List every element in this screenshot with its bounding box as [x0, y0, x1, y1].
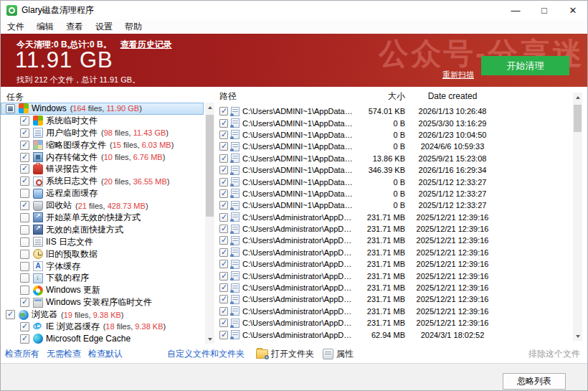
scroll-down-icon[interactable]: [205, 334, 214, 344]
task-checkbox[interactable]: [20, 141, 29, 150]
file-checkbox[interactable]: [219, 225, 228, 233]
tasks-scrollbar[interactable]: [205, 103, 214, 344]
maximize-button[interactable]: □: [530, 1, 559, 19]
task-tree-row[interactable]: 下载的程序: [1, 272, 204, 284]
file-row[interactable]: C:\Users\Administrator\AppData\Local\ai.…: [217, 212, 572, 223]
check-default-link[interactable]: 检查默认: [88, 348, 123, 360]
file-row[interactable]: C:\Users\ADMINI~1\AppData\Local\Tem... 0…: [217, 188, 572, 199]
menu-file[interactable]: 文件: [1, 19, 30, 34]
task-tree-row[interactable]: Windows 更新: [1, 284, 204, 296]
task-tree-row[interactable]: 无效的桌面快捷方式: [1, 224, 204, 236]
task-checkbox[interactable]: [20, 153, 29, 162]
file-checkbox[interactable]: [219, 166, 228, 174]
file-row[interactable]: C:\Users\Administrator\AppData\Local\A..…: [217, 247, 572, 258]
view-history-link[interactable]: 查看历史记录: [120, 39, 172, 50]
task-tree-row[interactable]: IE 浏览器缓存 (18 files, 9.38 KB): [1, 321, 204, 333]
task-checkbox[interactable]: [20, 176, 29, 186]
file-checkbox[interactable]: [219, 283, 228, 292]
menu-settings[interactable]: 设置: [90, 19, 118, 34]
task-checkbox[interactable]: [20, 225, 29, 235]
file-row[interactable]: C:\Users\Administrator\AppData\Local\A..…: [217, 223, 572, 235]
menu-help[interactable]: 帮助: [119, 19, 148, 34]
file-checkbox[interactable]: [219, 131, 228, 139]
column-header-path[interactable]: 路径: [217, 90, 354, 103]
file-row[interactable]: C:\Users\ADMINI~1\AppData\Local\Tem... 1…: [217, 153, 572, 164]
properties-button[interactable]: 属性: [323, 348, 354, 360]
file-checkbox[interactable]: [219, 142, 228, 151]
file-checkbox[interactable]: [219, 189, 228, 198]
rescan-link[interactable]: 重新扫描: [442, 70, 474, 80]
task-tree-row[interactable]: 旧的预取数据: [1, 248, 204, 260]
file-row[interactable]: C:\Users\ADMINI~1\AppData\Local\Tem... 5…: [217, 105, 572, 117]
task-tree-row[interactable]: 远程桌面缓存: [1, 187, 204, 199]
file-checkbox[interactable]: [219, 154, 228, 163]
task-tree-row[interactable]: 回收站 (21 files, 428.73 MB): [1, 199, 204, 212]
task-checkbox[interactable]: [20, 237, 29, 247]
task-tree-row[interactable]: IIS 日志文件: [1, 236, 204, 248]
file-checkbox[interactable]: [219, 201, 228, 209]
task-checkbox[interactable]: [20, 298, 29, 307]
file-checkbox[interactable]: [219, 272, 228, 281]
task-checkbox[interactable]: [20, 201, 29, 210]
file-checkbox[interactable]: [219, 178, 228, 187]
open-folder-button[interactable]: 打开文件夹: [256, 348, 314, 360]
task-checkbox[interactable]: [20, 213, 29, 222]
file-checkbox[interactable]: [219, 295, 228, 303]
file-row[interactable]: C:\Users\Administrator\AppData\Local\A..…: [217, 258, 572, 270]
file-checkbox[interactable]: [219, 307, 228, 316]
file-checkbox[interactable]: [219, 331, 228, 339]
file-row[interactable]: C:\Users\Administrator\AppData\Local\A..…: [217, 270, 572, 281]
check-all-link[interactable]: 检查所有: [5, 348, 39, 360]
task-checkbox[interactable]: [20, 262, 29, 271]
file-checkbox[interactable]: [219, 107, 228, 116]
scrollbar-thumb[interactable]: [574, 105, 582, 132]
file-checkbox[interactable]: [219, 213, 228, 222]
task-tree-row[interactable]: 系统临时文件: [1, 115, 204, 127]
task-checkbox[interactable]: [20, 334, 29, 344]
task-tree-row[interactable]: 浏览器 (19 files, 9.38 KB): [1, 308, 204, 321]
file-checkbox[interactable]: [219, 236, 228, 245]
ignore-list-button[interactable]: 忽略列表: [503, 373, 566, 390]
task-tree-row[interactable]: 系统日志文件 (20 files, 36.55 MB): [1, 175, 204, 187]
task-checkbox[interactable]: [20, 250, 29, 259]
task-checkbox[interactable]: [20, 322, 29, 331]
task-tree-row[interactable]: 用户临时文件 (98 files, 11.43 GB): [1, 127, 204, 139]
minimize-button[interactable]: —: [501, 1, 530, 19]
task-tree-row[interactable]: 错误报告文件: [1, 163, 204, 175]
task-tree-row[interactable]: 开始菜单无效的快捷方式: [1, 212, 204, 224]
task-tree-row[interactable]: Windows (164 files, 11.90 GB): [1, 103, 204, 115]
start-clean-button[interactable]: 开始清理: [481, 56, 569, 75]
file-row[interactable]: C:\Users\Administrator\AppData\Local\A..…: [217, 235, 572, 246]
file-row[interactable]: C:\Users\Administrator\AppData\Local\A..…: [217, 306, 572, 317]
column-header-date[interactable]: Date created: [405, 91, 500, 101]
task-tree-row[interactable]: 内存转储文件 (10 files, 6.76 MB): [1, 151, 204, 164]
menu-edit[interactable]: 编辑: [31, 19, 60, 34]
task-checkbox[interactable]: [20, 164, 29, 174]
file-row[interactable]: C:\Users\Administrator\AppData\Local\A..…: [217, 329, 572, 340]
close-button[interactable]: ✕: [559, 1, 587, 19]
task-checkbox[interactable]: [20, 116, 29, 126]
scroll-up-icon[interactable]: [205, 103, 214, 112]
file-row[interactable]: C:\Users\ADMINI~1\AppData\Local\Tem... 3…: [217, 164, 572, 176]
task-checkbox[interactable]: [6, 104, 15, 113]
file-row[interactable]: C:\Users\ADMINI~1\AppData\Local\Tem... 0…: [217, 176, 572, 187]
file-row[interactable]: C:\Users\Administrator\AppData\Local\A..…: [217, 293, 572, 305]
file-row[interactable]: C:\Users\ADMINI~1\AppData\Local\Tem... 0…: [217, 129, 572, 141]
scroll-down-icon[interactable]: [573, 331, 582, 341]
task-checkbox[interactable]: [6, 310, 15, 319]
task-checkbox[interactable]: [20, 286, 29, 295]
file-checkbox[interactable]: [219, 319, 228, 327]
file-row[interactable]: C:\Users\ADMINI~1\AppData\Local\Tem... 0…: [217, 199, 572, 211]
file-row[interactable]: C:\Users\Administrator\AppData\Local\A..…: [217, 282, 572, 293]
file-checkbox[interactable]: [219, 119, 228, 128]
task-tree-row[interactable]: 缩略图缓存文件 (15 files, 6.03 MB): [1, 139, 204, 151]
file-checkbox[interactable]: [219, 248, 228, 257]
task-tree-row[interactable]: 字体缓存: [1, 260, 204, 273]
scroll-up-icon[interactable]: [573, 93, 582, 102]
file-checkbox[interactable]: [219, 260, 228, 268]
task-checkbox[interactable]: [20, 128, 29, 138]
task-tree-row[interactable]: Windows 安装程序临时文件: [1, 296, 204, 308]
file-row[interactable]: C:\Users\Administrator\AppData\Local\A..…: [217, 317, 572, 329]
custom-files-link[interactable]: 自定义文件和文件夹: [167, 348, 245, 360]
file-row[interactable]: C:\Users\ADMINI~1\AppData\Local\Tem... 0…: [217, 141, 572, 152]
